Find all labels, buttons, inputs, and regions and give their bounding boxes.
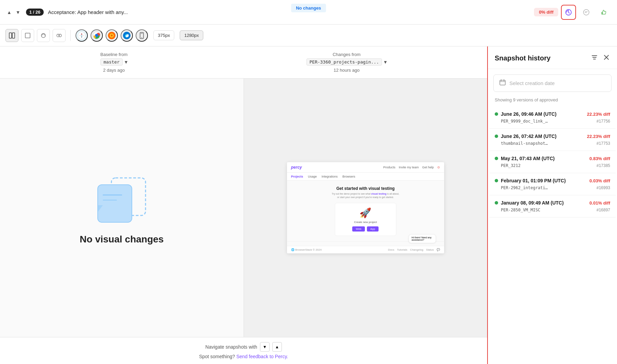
svg-point-1 [584,9,589,15]
percy-footer: 🌐 BrowserStack © 2024 Docs Tutorials Cha… [287,246,444,253]
changes-chevron-icon[interactable]: ▾ [384,59,387,65]
select-view-button[interactable] [53,29,66,42]
snapshot-date: June 26, 07:42 AM (UTC) [501,134,557,139]
snapshot-item[interactable]: January 08, 09:49 AM (UTC) 0.01% diff PE… [489,195,616,218]
no-changes-illustration [91,171,152,226]
panel-header: Snapshot history [488,46,617,69]
snapshot-date-row: May 21, 07:43 AM (UTC) [495,156,554,161]
toolbar-right: 0% diff [534,5,612,20]
no-changes-text: No visual changes [80,234,164,245]
comment-icon [582,9,590,16]
snapshot-date-row: January 08, 09:49 AM (UTC) [495,200,564,206]
svg-point-18 [111,34,113,37]
snapshot-list: June 26, 09:46 AM (UTC) 22.23% diff PER_… [488,107,617,364]
snapshot-row1: June 26, 07:42 AM (UTC) 22.23% diff [495,134,610,139]
percy-header: percy Products Invite my team Get help ⊙ [287,162,444,173]
history-button[interactable] [561,5,576,20]
snapshot-build: #16897 [597,208,610,212]
snapshot-build: #17385 [597,163,610,168]
feedback-row: Spot something? Send feedback to Percy. [199,354,288,359]
percy-nav: Products Invite my team Get help ⊙ [383,166,440,169]
date-selector[interactable]: Select creation date [493,74,612,92]
percy-create-buttons: Web App [339,226,392,232]
thumbsup-button[interactable] [597,5,612,20]
close-panel-button[interactable] [603,54,610,63]
no-changes-svg [91,171,152,226]
snapshot-diff: 22.23% diff [587,134,610,139]
percy-hero: Get started with visual testing Try out … [292,186,439,199]
chrome-button[interactable] [91,29,103,42]
safari-button[interactable] [76,29,88,42]
snapshot-row2: PER-2850_VM_MISC #16897 [495,208,610,212]
percy-create-label: Create new project [339,221,392,224]
percy-nav-help: Get help [422,166,434,169]
snapshot-diff: 0.01% diff [589,200,610,206]
snapshot-row2: PER-2962_integrati… #16993 [495,185,610,190]
nav-down-snapshot-button[interactable]: ▼ [260,342,270,352]
navigate-row: Navigate snapshots with ▼ ▲ [205,342,282,352]
snapshot-item[interactable]: June 26, 09:46 AM (UTC) 22.23% diff PER_… [489,107,616,129]
percy-web-button[interactable]: Web [352,226,365,232]
snapshot-item[interactable]: May 21, 07:43 AM (UTC) 0.83% diff PER_32… [489,151,616,173]
snapshot-diff: 22.23% diff [587,112,610,117]
baseline-label: Baseline from [100,52,127,57]
snapshot-date-row: June 26, 09:46 AM (UTC) [495,111,557,117]
comment-button[interactable] [579,5,594,20]
overlay-view-button[interactable] [37,29,50,42]
mobile-icon [137,31,146,40]
snapshot-date: January 08, 09:49 AM (UTC) [501,200,564,206]
percy-footer-changelog: Changelog [410,248,423,251]
feedback-link[interactable]: Send feedback to Percy. [236,354,288,359]
changes-side: Changes from PER-3360_projects-pagin... … [306,52,387,73]
baseline-chevron-icon[interactable]: ▾ [125,59,127,65]
changes-branch: PER-3360_projects-pagin... [306,58,382,66]
snapshot-row2: thumbnail-snapshot… #17753 [495,141,610,146]
snapshot-date-row: February 01, 01:09 PM (UTC) [495,178,566,183]
view-toolbar: 375px 1280px [0,25,617,46]
changes-branch-row: PER-3360_projects-pagin... ▾ [306,58,387,66]
snapshot-row1: February 01, 01:09 PM (UTC) 0.03% diff [495,178,610,183]
snapshot-title: Acceptance: App header with any... [48,9,150,15]
split-view-button[interactable] [5,29,18,42]
main-area: Baseline from master ▾ 2 days ago Change… [0,46,617,364]
browser-icons [76,29,148,42]
percy-footer-docs: Docs [388,248,394,251]
percy-create-card: 🚀 Create new project Web App [335,203,396,236]
percy-footer-chat: 💬 [437,248,440,251]
percy-hero-sub: Try out the demo project to see what vis… [331,192,400,199]
mobile-button[interactable] [136,29,148,42]
edge-button[interactable] [121,29,133,42]
snapshot-item[interactable]: February 01, 01:09 PM (UTC) 0.03% diff P… [489,173,616,195]
single-view-icon [25,32,31,39]
svg-point-21 [141,37,142,38]
baseline-branch: master [100,58,123,66]
filter-button[interactable] [590,53,599,63]
percy-body: Get started with visual testing Try out … [287,181,444,242]
showing-label: Showing 9 versions of approved [488,97,617,107]
svg-rect-2 [602,12,603,14]
nav-down-button[interactable]: ▼ [14,8,22,16]
single-view-button[interactable] [21,29,34,42]
snapshot-branch: PER-2962_integrati… [501,185,548,190]
percy-footer-status: Status [426,248,434,251]
history-icon [565,9,572,16]
snapshot-diff: 0.83% diff [589,156,610,161]
snapshot-date-row: June 26, 07:42 AM (UTC) [495,134,557,139]
snapshot-item[interactable]: June 26, 07:42 AM (UTC) 22.23% diff thum… [489,129,616,151]
snapshot-build: #16993 [597,185,610,190]
nav-up-button[interactable]: ▲ [5,8,13,16]
percy-app-button[interactable]: App [367,226,379,232]
percy-chat-widget: Hi there! Need any assistance? [409,234,436,243]
nav-arrows: ▲ ▼ [5,8,22,16]
nav-up-snapshot-button[interactable]: ▲ [272,342,282,352]
status-dot [495,135,498,138]
width-375-button[interactable]: 375px [153,30,174,40]
feedback-text: Spot something? [199,354,235,359]
width-1280-button[interactable]: 1280px [180,30,203,40]
firefox-button[interactable] [106,29,118,42]
split-view-icon [9,32,15,39]
status-dot [495,201,498,205]
toolbar-divider [70,30,71,41]
chrome-icon [92,31,101,40]
baseline-side: Baseline from master ▾ 2 days ago [100,52,127,73]
